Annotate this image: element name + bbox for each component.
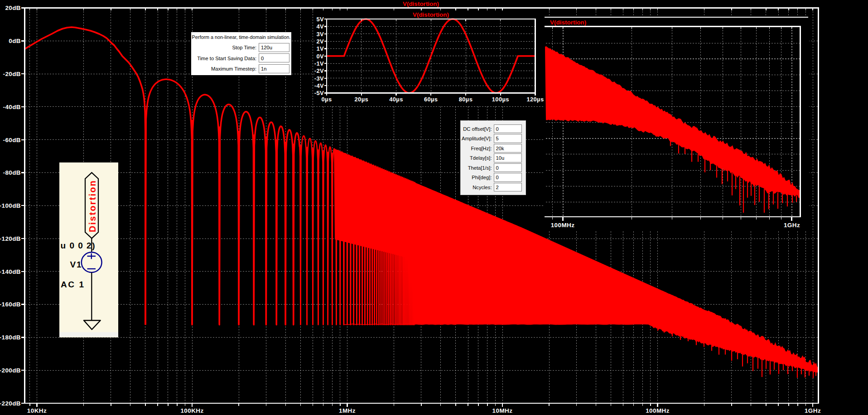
- svg-text:AC 1: AC 1: [61, 280, 85, 289]
- svg-text:Perform a non-linear, time-dom: Perform a non-linear, time-domain simula…: [192, 34, 291, 40]
- svg-text:80µs: 80µs: [459, 96, 473, 103]
- svg-text:Amplitude[V]:: Amplitude[V]:: [462, 136, 492, 141]
- svg-text:100µs: 100µs: [492, 96, 509, 103]
- svg-text:V(distortion): V(distortion): [550, 19, 586, 26]
- svg-text:Stop Time:: Stop Time:: [232, 45, 256, 50]
- svg-text:V1: V1: [70, 260, 82, 269]
- svg-text:60µs: 60µs: [424, 96, 438, 103]
- svg-text:1MHz: 1MHz: [339, 407, 356, 414]
- svg-text:0: 0: [496, 126, 499, 132]
- svg-text:V(distortion): V(distortion): [413, 11, 449, 18]
- svg-text:-140dB: -140dB: [0, 268, 21, 275]
- svg-text:100KHz: 100KHz: [180, 407, 203, 414]
- svg-text:-20dB: -20dB: [3, 71, 21, 77]
- svg-text:10KHz: 10KHz: [27, 407, 47, 414]
- svg-text:5V: 5V: [316, 16, 324, 23]
- svg-text:40µs: 40µs: [389, 96, 403, 103]
- svg-text:0µs: 0µs: [322, 96, 332, 103]
- svg-text:Theta[1/s]:: Theta[1/s]:: [468, 165, 492, 171]
- svg-text:1n: 1n: [261, 66, 266, 72]
- svg-text:DC offset[V]:: DC offset[V]:: [463, 126, 492, 132]
- svg-text:2V: 2V: [316, 38, 324, 45]
- svg-text:-1V: -1V: [314, 60, 324, 67]
- svg-text:10u: 10u: [496, 155, 505, 161]
- svg-text:3V: 3V: [316, 31, 324, 38]
- svg-text:Maximum Timestep:: Maximum Timestep:: [211, 66, 256, 72]
- svg-text:10MHz: 10MHz: [492, 407, 513, 414]
- svg-text:-200dB: -200dB: [0, 367, 21, 374]
- svg-text:-60dB: -60dB: [3, 137, 21, 143]
- svg-text:120u: 120u: [261, 45, 272, 50]
- svg-text:0dB: 0dB: [9, 38, 21, 44]
- svg-text:4V: 4V: [316, 23, 324, 30]
- svg-text:Freq[Hz]:: Freq[Hz]:: [471, 146, 492, 151]
- svg-text:-160dB: -160dB: [0, 301, 21, 308]
- svg-text:u 0 0 2): u 0 0 2): [61, 241, 96, 250]
- svg-text:100MHz: 100MHz: [646, 407, 670, 414]
- svg-text:2: 2: [496, 185, 499, 190]
- svg-text:20µs: 20µs: [355, 96, 368, 103]
- svg-text:Ncycles:: Ncycles:: [473, 185, 492, 190]
- svg-text:-2V: -2V: [314, 67, 324, 74]
- svg-text:-4V: -4V: [314, 82, 324, 89]
- svg-text:Distortion: Distortion: [87, 180, 97, 232]
- svg-text:-120dB: -120dB: [0, 235, 21, 242]
- svg-text:V(distortion): V(distortion): [403, 0, 439, 7]
- svg-text:1GHz: 1GHz: [784, 222, 800, 229]
- svg-text:-80dB: -80dB: [3, 169, 21, 176]
- svg-text:Tdelay[s]:: Tdelay[s]:: [470, 155, 492, 161]
- svg-text:-40dB: -40dB: [3, 104, 21, 110]
- svg-text:120µs: 120µs: [527, 96, 544, 103]
- svg-text:20dB: 20dB: [5, 5, 21, 11]
- svg-text:0V: 0V: [316, 53, 324, 60]
- svg-text:0: 0: [496, 165, 499, 171]
- svg-text:1V: 1V: [316, 45, 324, 52]
- svg-text:-220dB: -220dB: [0, 400, 21, 407]
- svg-text:0: 0: [261, 56, 264, 61]
- svg-text:-3V: -3V: [314, 75, 324, 82]
- svg-text:1GHz: 1GHz: [805, 407, 821, 414]
- svg-text:20k: 20k: [496, 146, 504, 151]
- svg-text:0: 0: [496, 175, 499, 180]
- svg-text:100MHz: 100MHz: [551, 222, 575, 229]
- svg-text:-180dB: -180dB: [0, 334, 21, 341]
- svg-text:Time to Start Saving Data:: Time to Start Saving Data:: [197, 56, 256, 61]
- svg-text:5: 5: [496, 136, 499, 141]
- svg-text:Phi[deg]:: Phi[deg]:: [472, 175, 492, 180]
- svg-text:-100dB: -100dB: [0, 202, 21, 209]
